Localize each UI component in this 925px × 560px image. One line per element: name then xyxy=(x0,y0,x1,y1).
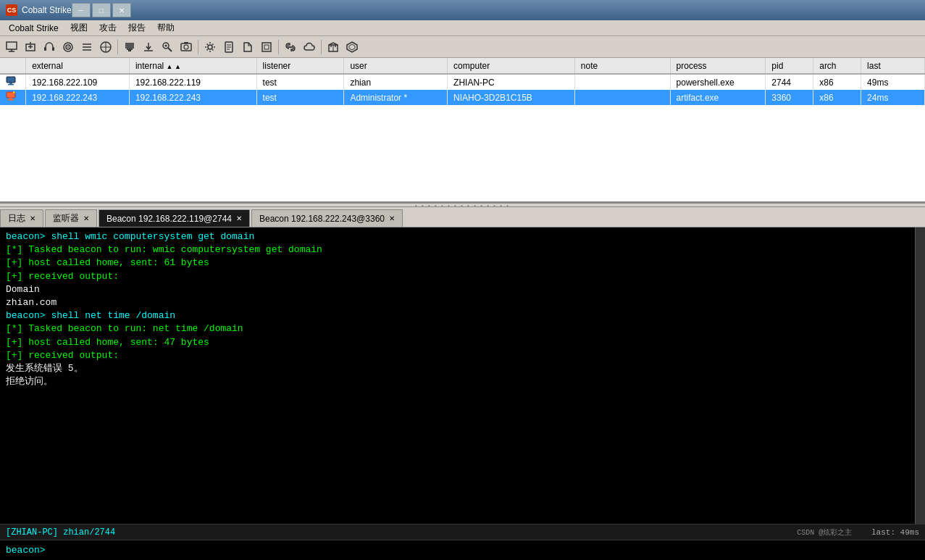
row-internal: 192.168.222.243 xyxy=(129,90,256,105)
row-note xyxy=(574,74,670,90)
minimize-button[interactable]: ─ xyxy=(72,3,91,17)
col-arch-header[interactable]: arch xyxy=(813,58,861,74)
row-pid: 2744 xyxy=(766,74,813,90)
col-icon-header[interactable] xyxy=(0,58,26,74)
row-icon-cell: ★ xyxy=(0,90,26,105)
toolbar-btn-creds[interactable] xyxy=(159,38,176,56)
toolbar-btn-headset[interactable] xyxy=(41,38,58,56)
toolbar xyxy=(0,36,925,58)
table-row[interactable]: 192.168.222.109 192.168.222.119 test zhi… xyxy=(0,74,925,90)
row-icon-cell xyxy=(0,74,26,90)
row-user: Administrator * xyxy=(344,90,448,105)
col-listener-header[interactable]: listener xyxy=(256,58,344,74)
titlebar: CS Cobalt Strike ─ □ ✕ xyxy=(0,0,925,20)
col-user-header[interactable]: user xyxy=(344,58,448,74)
tab-beacon-2-close[interactable]: ✕ xyxy=(389,214,395,222)
toolbar-btn-package[interactable] xyxy=(325,38,342,56)
toolbar-btn-settings[interactable] xyxy=(201,38,219,56)
toolbar-sep-3 xyxy=(278,40,279,54)
row-last: 49ms xyxy=(861,74,925,90)
row-computer: NIAHO-3D2B1C15B xyxy=(448,90,575,105)
toolbar-btn-cloud[interactable] xyxy=(301,38,318,56)
row-external: 192.168.222.243 xyxy=(26,90,130,105)
toolbar-btn-2[interactable] xyxy=(22,38,39,56)
col-note-header[interactable]: note xyxy=(574,58,670,74)
row-listener: test xyxy=(256,90,344,105)
svg-point-28 xyxy=(208,45,212,49)
titlebar-title: Cobalt Strike xyxy=(22,5,72,15)
menubar: Cobalt Strike 视图 攻击 报告 帮助 xyxy=(0,20,925,36)
table-header-row: external internal ▲ listener user comput… xyxy=(0,58,925,74)
col-last-header[interactable]: last xyxy=(861,58,925,74)
svg-rect-44 xyxy=(8,84,14,85)
row-external: 192.168.222.109 xyxy=(26,74,130,90)
col-computer-header[interactable]: computer xyxy=(448,58,575,74)
toolbar-sep-4 xyxy=(321,40,322,54)
toolbar-btn-targets[interactable] xyxy=(59,38,77,56)
tab-beacon-1-label: Beacon 192.168.222.119@2744 xyxy=(106,214,232,224)
tab-beacon-1-close[interactable]: ✕ xyxy=(236,214,242,222)
menu-view[interactable]: 视图 xyxy=(64,20,93,35)
tab-listener[interactable]: 监听器 ✕ xyxy=(45,209,97,227)
statusbar: [ZHIAN-PC] zhian/2744 CSDN @炫彩之主 last: 4… xyxy=(0,524,925,540)
toolbar-btn-download[interactable] xyxy=(140,38,157,56)
col-internal-header[interactable]: internal ▲ xyxy=(129,58,256,74)
terminal: beacon> shell wmic computersystem get do… xyxy=(0,227,925,524)
session-table: external internal ▲ listener user comput… xyxy=(0,58,925,105)
tabbar: 日志 ✕ 监听器 ✕ Beacon 192.168.222.119@2744 ✕… xyxy=(0,207,925,227)
menu-attack[interactable]: 攻击 xyxy=(93,20,122,35)
svg-rect-19 xyxy=(127,49,133,50)
tab-beacon-1[interactable]: Beacon 192.168.222.119@2744 ✕ xyxy=(99,209,250,227)
row-pid: 3360 xyxy=(766,90,813,105)
toolbar-btn-1[interactable] xyxy=(3,38,20,56)
terminal-scrollbar[interactable] xyxy=(915,227,925,524)
menu-report[interactable]: 报告 xyxy=(122,20,151,35)
tab-log[interactable]: 日志 ✕ xyxy=(0,209,43,227)
toolbar-btn-screenshot[interactable] xyxy=(177,38,195,56)
toolbar-btn-link[interactable] xyxy=(282,38,299,56)
svg-rect-27 xyxy=(184,42,188,43)
row-listener: test xyxy=(256,74,344,90)
tab-listener-close[interactable]: ✕ xyxy=(83,214,89,222)
toolbar-sep-1 xyxy=(117,40,118,54)
col-pid-header[interactable]: pid xyxy=(766,58,813,74)
toolbar-sep-2 xyxy=(198,40,198,54)
tab-listener-label: 监听器 xyxy=(53,212,79,225)
svg-rect-43 xyxy=(9,83,12,84)
maximize-button[interactable]: □ xyxy=(92,3,111,17)
svg-point-26 xyxy=(184,45,188,49)
col-external-header[interactable]: external xyxy=(26,58,130,74)
svg-marker-40 xyxy=(347,42,357,52)
statusbar-left: [ZHIAN-PC] zhian/2744 xyxy=(6,527,115,538)
row-user: zhian xyxy=(344,74,448,90)
close-button[interactable]: ✕ xyxy=(112,3,131,17)
tab-log-close[interactable]: ✕ xyxy=(30,214,35,222)
terminal-content[interactable]: beacon> shell wmic computersystem get do… xyxy=(0,227,925,524)
toolbar-btn-inject[interactable] xyxy=(121,38,138,56)
svg-rect-8 xyxy=(52,47,54,51)
svg-rect-33 xyxy=(262,43,271,51)
toolbar-btn-proxy[interactable] xyxy=(258,38,275,56)
toolbar-btn-pivot[interactable] xyxy=(97,38,114,56)
toolbar-btn-files[interactable] xyxy=(239,38,256,56)
titlebar-controls: ─ □ ✕ xyxy=(72,3,131,17)
cmd-input[interactable] xyxy=(49,545,919,556)
menu-help[interactable]: 帮助 xyxy=(151,20,180,35)
svg-rect-46 xyxy=(9,98,12,99)
row-internal: 192.168.222.119 xyxy=(129,74,256,90)
toolbar-btn-notes[interactable] xyxy=(220,38,238,56)
tab-log-label: 日志 xyxy=(8,212,25,225)
menu-cobaltstrike[interactable]: Cobalt Strike xyxy=(3,22,64,35)
row-process: artifact.exe xyxy=(670,90,766,105)
svg-rect-42 xyxy=(7,77,15,83)
statusbar-right: CSDN @炫彩之主 last: 49ms xyxy=(797,527,919,538)
session-area: external internal ▲ listener user comput… xyxy=(0,58,925,203)
col-process-header[interactable]: process xyxy=(670,58,766,74)
svg-rect-0 xyxy=(7,42,17,49)
row-computer: ZHIAN-PC xyxy=(448,74,575,90)
tab-beacon-2[interactable]: Beacon 192.168.222.243@3360 ✕ xyxy=(251,209,403,227)
toolbar-btn-extra[interactable] xyxy=(343,38,361,56)
svg-marker-41 xyxy=(349,44,355,50)
table-row[interactable]: ★ 192.168.222.243 192.168.222.243 test A… xyxy=(0,90,925,105)
toolbar-btn-sessions[interactable] xyxy=(78,38,96,56)
